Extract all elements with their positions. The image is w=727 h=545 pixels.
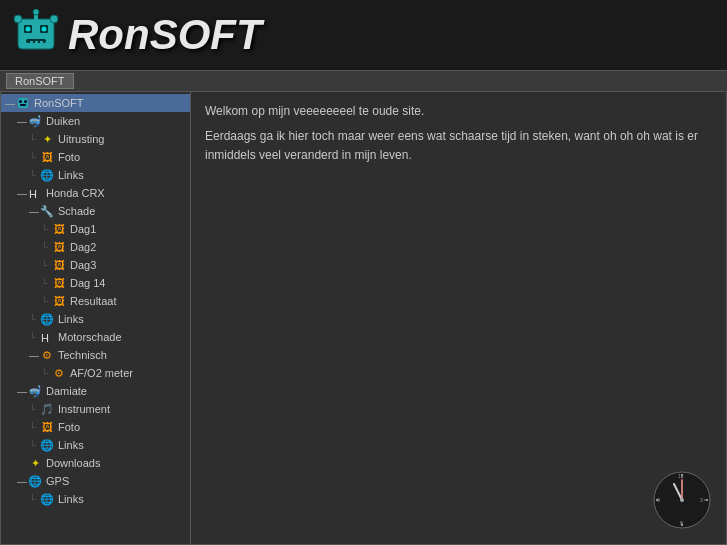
- sidebar-label-uitrusting: Uitrusting: [58, 133, 104, 145]
- sidebar-label-motorschade: Motorschade: [58, 331, 122, 343]
- sidebar-item-resultaat[interactable]: └ 🖼 Resultaat: [1, 292, 190, 310]
- content-area: Welkom op mijn veeeeeeeel te oude site. …: [191, 92, 726, 544]
- branch-foto-d: └: [29, 152, 39, 163]
- sidebar-item-links-duiken[interactable]: └ 🌐 Links: [1, 166, 190, 184]
- uitrusting-icon: ✦: [39, 131, 55, 147]
- sidebar-item-dag3[interactable]: └ 🖼 Dag3: [1, 256, 190, 274]
- logo-icon: [10, 9, 62, 61]
- branch-links-dam: └: [29, 440, 39, 451]
- expander-technisch: —: [29, 350, 39, 361]
- tab-bar: RonSOFT: [0, 70, 727, 92]
- clock-widget: 12 3 6 9: [652, 470, 712, 530]
- schade-icon: 🔧: [39, 203, 55, 219]
- welcome-text-1: Welkom op mijn veeeeeeeel te oude site.: [205, 102, 712, 121]
- sidebar-item-ronsoft[interactable]: — RonSOFT: [1, 94, 190, 112]
- svg-text:3: 3: [700, 497, 703, 503]
- sidebar-label-dag3: Dag3: [70, 259, 96, 271]
- branch-dag14: └: [41, 278, 51, 289]
- sidebar-item-afo2[interactable]: └ ⚙ AF/O2 meter: [1, 364, 190, 382]
- sidebar-item-dag14[interactable]: └ 🖼 Dag 14: [1, 274, 190, 292]
- sidebar-item-links-gps[interactable]: └ 🌐 Links: [1, 490, 190, 508]
- sidebar-label-downloads: Downloads: [46, 457, 100, 469]
- sidebar-label-dag14: Dag 14: [70, 277, 105, 289]
- sidebar-label-foto-duiken: Foto: [58, 151, 80, 163]
- sidebar-item-foto-duiken[interactable]: └ 🖼 Foto: [1, 148, 190, 166]
- main-layout: — RonSOFT — 🤿 Duiken └ ✦ Uitrusting └ 🖼 …: [0, 92, 727, 545]
- logo-text: RonSOFT: [68, 11, 262, 59]
- svg-rect-16: [20, 104, 26, 106]
- sidebar-item-foto-damiate[interactable]: └ 🖼 Foto: [1, 418, 190, 436]
- sidebar-label-afo2: AF/O2 meter: [70, 367, 133, 379]
- header: RonSOFT: [0, 0, 727, 70]
- sidebar-item-downloads[interactable]: ✦ Downloads: [1, 454, 190, 472]
- foto-damiate-icon: 🖼: [39, 419, 55, 435]
- dag3-icon: 🖼: [51, 257, 67, 273]
- svg-point-15: [24, 100, 27, 103]
- sidebar-item-gps[interactable]: — 🌐 GPS: [1, 472, 190, 490]
- instrument-icon: 🎵: [39, 401, 55, 417]
- sidebar-item-uitrusting[interactable]: └ ✦ Uitrusting: [1, 130, 190, 148]
- svg-point-14: [19, 100, 22, 103]
- expander-ronsoft: —: [5, 98, 15, 109]
- branch-instrument: └: [29, 404, 39, 415]
- sidebar-item-motorschade[interactable]: └ H Motorschade: [1, 328, 190, 346]
- svg-point-10: [33, 9, 39, 15]
- links-damiate-icon: 🌐: [39, 437, 55, 453]
- motorschade-icon: H: [39, 329, 55, 345]
- svg-point-3: [26, 27, 31, 32]
- branch-foto-dam: └: [29, 422, 39, 433]
- svg-point-4: [42, 27, 47, 32]
- sidebar-item-schade[interactable]: — 🔧 Schade: [1, 202, 190, 220]
- sidebar-label-links-damiate: Links: [58, 439, 84, 451]
- sidebar-label-dag1: Dag1: [70, 223, 96, 235]
- svg-point-11: [14, 15, 22, 23]
- damiate-icon: 🤿: [27, 383, 43, 399]
- svg-text:12: 12: [678, 473, 684, 479]
- sidebar-item-dag2[interactable]: └ 🖼 Dag2: [1, 238, 190, 256]
- branch-dag2: └: [41, 242, 51, 253]
- technisch-icon: ⚙: [39, 347, 55, 363]
- expander-duiken: —: [17, 116, 27, 127]
- sidebar-item-technisch[interactable]: — ⚙ Technisch: [1, 346, 190, 364]
- ronsoft-icon: [15, 95, 31, 111]
- links-honda-icon: 🌐: [39, 311, 55, 327]
- expander-damiate: —: [17, 386, 27, 397]
- links-duiken-icon: 🌐: [39, 167, 55, 183]
- expander-gps: —: [17, 476, 27, 487]
- duiken-icon: 🤿: [27, 113, 43, 129]
- afo2-icon: ⚙: [51, 365, 67, 381]
- sidebar-item-dag1[interactable]: └ 🖼 Dag1: [1, 220, 190, 238]
- sidebar-label-ronsoft: RonSOFT: [34, 97, 84, 109]
- sidebar-item-links-damiate[interactable]: └ 🌐 Links: [1, 436, 190, 454]
- sidebar-label-honda: Honda CRX: [46, 187, 105, 199]
- dag14-icon: 🖼: [51, 275, 67, 291]
- resultaat-icon: 🖼: [51, 293, 67, 309]
- sidebar-label-gps: GPS: [46, 475, 69, 487]
- sidebar-item-duiken[interactable]: — 🤿 Duiken: [1, 112, 190, 130]
- svg-text:H: H: [41, 332, 49, 344]
- sidebar-item-honda[interactable]: — H Honda CRX: [1, 184, 190, 202]
- sidebar-item-damiate[interactable]: — 🤿 Damiate: [1, 382, 190, 400]
- sidebar-label-technisch: Technisch: [58, 349, 107, 361]
- clock-svg: 12 3 6 9: [652, 470, 712, 530]
- sidebar-label-instrument: Instrument: [58, 403, 110, 415]
- svg-point-12: [50, 15, 58, 23]
- svg-rect-13: [18, 98, 28, 108]
- branch-links-h: └: [29, 314, 39, 325]
- sidebar-label-resultaat: Resultaat: [70, 295, 116, 307]
- svg-rect-0: [18, 19, 54, 49]
- dag2-icon: 🖼: [51, 239, 67, 255]
- sidebar: — RonSOFT — 🤿 Duiken └ ✦ Uitrusting └ 🖼 …: [1, 92, 191, 544]
- svg-point-34: [681, 524, 683, 526]
- branch-dag3: └: [41, 260, 51, 271]
- sidebar-label-foto-damiate: Foto: [58, 421, 80, 433]
- tab-ronsoft[interactable]: RonSOFT: [6, 73, 74, 89]
- sidebar-item-instrument[interactable]: └ 🎵 Instrument: [1, 400, 190, 418]
- sidebar-item-links-honda[interactable]: └ 🌐 Links: [1, 310, 190, 328]
- svg-point-31: [680, 498, 684, 502]
- branch-dag1: └: [41, 224, 51, 235]
- links-gps-icon: 🌐: [39, 491, 55, 507]
- sidebar-label-links-duiken: Links: [58, 169, 84, 181]
- downloads-icon: ✦: [27, 455, 43, 471]
- expander-schade: —: [29, 206, 39, 217]
